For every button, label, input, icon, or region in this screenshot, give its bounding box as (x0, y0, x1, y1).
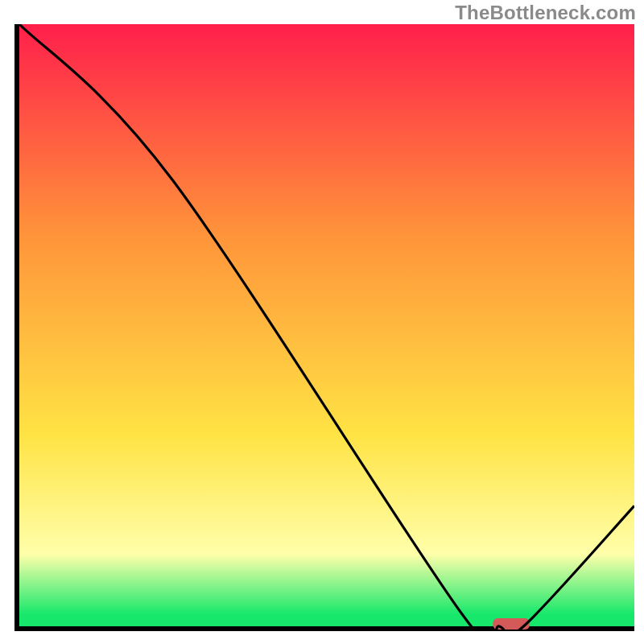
gradient-background (19, 24, 634, 626)
y-axis (14, 24, 19, 631)
watermark-text: TheBottleneck.com (455, 2, 636, 24)
optimal-marker (493, 618, 530, 630)
chart-svg (14, 24, 634, 631)
chart-root: TheBottleneck.com (0, 0, 644, 644)
x-axis (14, 626, 634, 631)
plot-area (14, 24, 634, 631)
